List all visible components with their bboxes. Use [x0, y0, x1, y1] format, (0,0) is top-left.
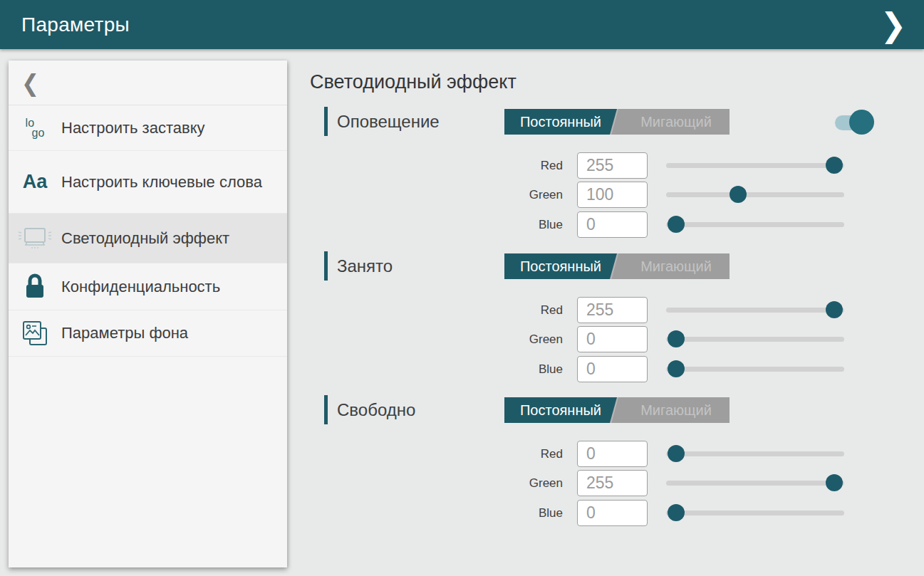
toggle-option-blinking[interactable]: Мигающий	[623, 109, 730, 135]
red-label: Red	[477, 297, 563, 323]
main-content: Светодиодный эффект Оповещение Постоянны…	[310, 49, 924, 576]
red-row: Red	[310, 441, 880, 467]
sidebar-item-background[interactable]: Параметры фона	[9, 310, 287, 357]
slider-track	[666, 337, 844, 342]
sidebar-collapse-row[interactable]: ❮	[9, 61, 287, 105]
sidebar-item-label: Настроить заставку	[61, 119, 271, 137]
green-label: Green	[477, 326, 563, 352]
section-free: Свободно Постоянный Мигающий Red Green B…	[310, 397, 880, 535]
green-input[interactable]	[577, 470, 648, 496]
blue-slider[interactable]	[666, 356, 844, 382]
green-label: Green	[477, 470, 563, 496]
red-label: Red	[477, 152, 563, 179]
slider-thumb[interactable]	[730, 186, 747, 203]
red-row: Red	[310, 297, 880, 323]
toggle-option-constant[interactable]: Постоянный	[504, 397, 617, 423]
red-label: Red	[477, 441, 563, 467]
sidebar-item-privacy[interactable]: Конфиденциальность	[9, 263, 287, 310]
background-images-icon	[9, 319, 61, 347]
blue-label: Blue	[477, 356, 563, 382]
enable-switch[interactable]	[834, 110, 873, 135]
slider-track	[666, 308, 844, 313]
section-accent-bar	[324, 251, 328, 281]
section-label: Занято	[337, 253, 393, 279]
section-busy: Занято Постоянный Мигающий Red Green Blu…	[310, 253, 880, 392]
sidebar-item-label: Параметры фона	[61, 324, 271, 342]
red-slider[interactable]	[666, 152, 844, 179]
green-slider[interactable]	[666, 470, 844, 496]
slider-track	[666, 367, 844, 372]
switch-knob	[849, 110, 874, 135]
green-row: Green	[310, 326, 880, 352]
section-notification: Оповещение Постоянный Мигающий Red Green	[310, 108, 880, 247]
blue-row: Blue	[310, 356, 880, 382]
slider-thumb[interactable]	[668, 504, 685, 521]
blue-slider[interactable]	[666, 500, 844, 526]
blue-label: Blue	[477, 500, 563, 526]
sidebar-item-label: Настроить ключевые слова	[61, 173, 271, 192]
green-slider[interactable]	[666, 326, 844, 352]
slider-thumb[interactable]	[826, 474, 843, 491]
blue-row: Blue	[310, 211, 880, 238]
blue-input[interactable]	[577, 356, 648, 382]
content-title: Светодиодный эффект	[310, 71, 516, 93]
slider-thumb[interactable]	[826, 301, 843, 318]
blue-label: Blue	[477, 211, 563, 238]
toggle-option-constant[interactable]: Постоянный	[504, 253, 617, 279]
sidebar-item-led-effect[interactable]: Светодиодный эффект	[9, 214, 287, 263]
green-input[interactable]	[577, 326, 648, 352]
slider-track	[666, 163, 844, 168]
mode-toggle: Постоянный Мигающий	[504, 109, 730, 135]
green-slider[interactable]	[666, 182, 844, 208]
slider-thumb[interactable]	[668, 216, 685, 233]
mode-toggle: Постоянный Мигающий	[504, 253, 730, 279]
red-input[interactable]	[577, 152, 648, 179]
red-slider[interactable]	[666, 297, 844, 323]
green-input[interactable]	[577, 182, 648, 208]
section-accent-bar	[324, 107, 328, 136]
toggle-option-blinking[interactable]: Мигающий	[623, 253, 730, 279]
sidebar-item-keywords[interactable]: Aa Настроить ключевые слова	[9, 151, 287, 214]
slider-track	[666, 192, 844, 197]
slider-thumb[interactable]	[668, 330, 685, 347]
sidebar-item-label: Светодиодный эффект	[61, 229, 271, 248]
blue-input[interactable]	[577, 500, 648, 526]
blue-row: Blue	[310, 500, 880, 526]
app-header: Параметры ❯	[0, 0, 924, 49]
back-chevron-icon: ❮	[21, 69, 39, 97]
green-row: Green	[310, 182, 880, 208]
sidebar-item-screensaver[interactable]: lo go Настроить заставку	[9, 105, 287, 151]
section-label: Свободно	[337, 397, 415, 423]
sidebar-item-label: Конфиденциальность	[61, 278, 271, 296]
slider-track	[666, 510, 844, 515]
section-accent-bar	[324, 395, 328, 424]
mode-toggle: Постоянный Мигающий	[504, 397, 730, 423]
lock-icon	[9, 273, 61, 301]
logo-icon: lo go	[9, 118, 61, 138]
blue-slider[interactable]	[666, 211, 844, 238]
page-title: Параметры	[21, 14, 130, 36]
red-row: Red	[310, 152, 880, 179]
toggle-option-blinking[interactable]: Мигающий	[623, 397, 730, 423]
aa-icon-text: Aa	[23, 171, 48, 193]
led-monitor-icon	[9, 224, 61, 253]
slider-track	[666, 481, 844, 486]
slider-thumb[interactable]	[668, 360, 685, 377]
red-slider[interactable]	[666, 441, 844, 467]
red-input[interactable]	[577, 441, 648, 467]
toggle-option-constant[interactable]: Постоянный	[504, 109, 617, 135]
forward-chevron-icon[interactable]: ❯	[876, 0, 911, 51]
green-label: Green	[477, 182, 563, 208]
logo-icon-line2: go	[32, 128, 45, 138]
blue-input[interactable]	[577, 211, 648, 238]
red-input[interactable]	[577, 297, 648, 323]
slider-thumb[interactable]	[668, 445, 685, 462]
settings-sidebar: ❮ lo go Настроить заставку Aa Настроить …	[9, 61, 287, 567]
slider-thumb[interactable]	[826, 157, 843, 174]
section-label: Оповещение	[337, 108, 440, 135]
keywords-aa-icon: Aa	[9, 171, 61, 193]
green-row: Green	[310, 470, 880, 496]
slider-track	[666, 451, 844, 456]
slider-track	[666, 222, 844, 227]
